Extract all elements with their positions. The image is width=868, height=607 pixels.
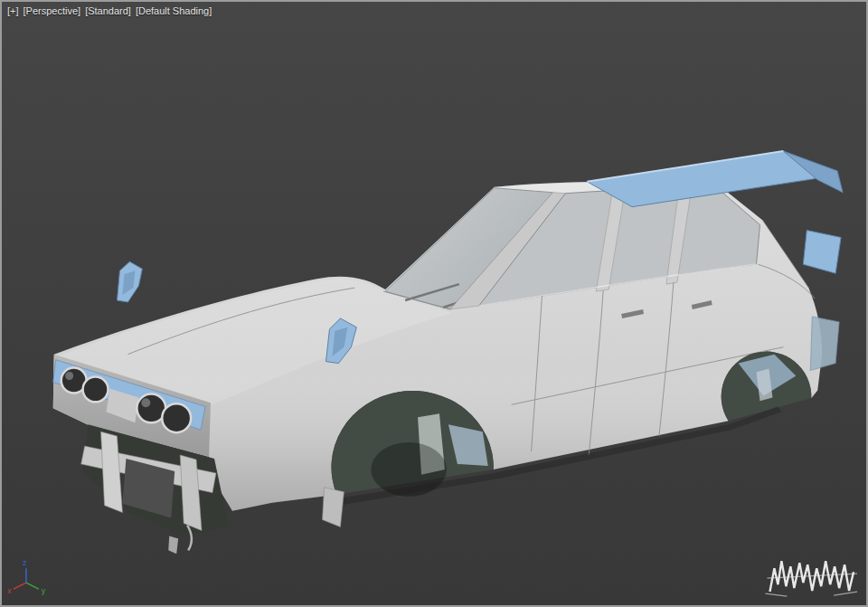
rear-fin — [803, 230, 841, 273]
viewport-pov-menu[interactable]: [Perspective] — [24, 5, 81, 17]
scene-canvas[interactable] — [2, 2, 866, 605]
viewport-shading-menu[interactable]: [Default Shading] — [136, 5, 212, 17]
headlight-4 — [162, 403, 191, 432]
viewport-preset-menu[interactable]: [Standard] — [85, 5, 131, 17]
viewport-label-bar: [+] [Perspective] [Standard] [Default Sh… — [7, 5, 212, 17]
car-body-model[interactable] — [53, 182, 822, 554]
headlight-2 — [83, 377, 108, 403]
headlight-1-glint — [65, 372, 73, 380]
rear-mudflap — [810, 317, 839, 371]
perspective-viewport[interactable]: [+] [Perspective] [Standard] [Default Sh… — [0, 0, 868, 607]
side-mirror-left — [117, 261, 142, 302]
viewport-general-menu[interactable]: [+] — [7, 5, 19, 17]
hanging-bracket — [168, 536, 178, 554]
headlight-3-glint — [141, 398, 150, 407]
arch-front-bracket — [323, 488, 344, 527]
